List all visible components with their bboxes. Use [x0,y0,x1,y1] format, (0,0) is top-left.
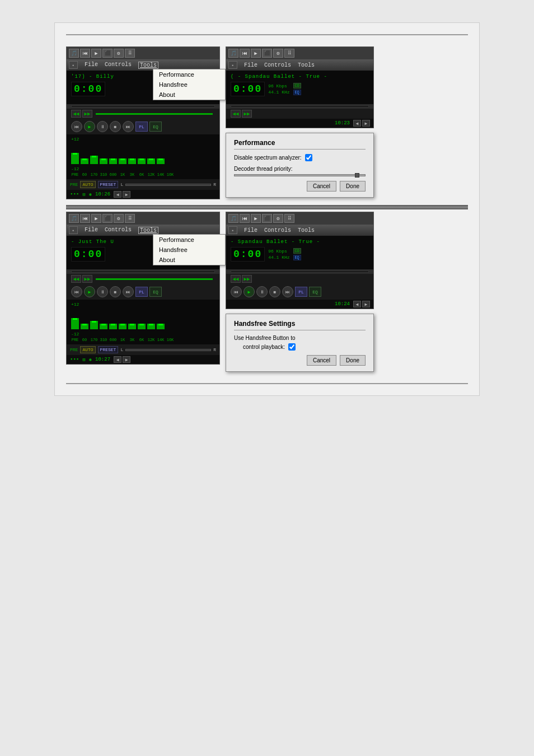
pl-btn-3[interactable]: PL [135,287,148,297]
seek-bar-4[interactable] [231,270,369,273]
play-btn-3[interactable]: ▶ [84,286,95,297]
eq-bar-b1[interactable] [81,324,88,329]
eq-bar-b4[interactable] [109,324,117,329]
eq-bar-8[interactable] [147,158,155,164]
eq-bar-6[interactable] [128,158,136,164]
skip-prev-3[interactable]: ◀◀ [71,275,81,283]
play-btn-4[interactable]: ▶ [243,286,255,297]
menu-file-1[interactable]: File [85,62,98,69]
auto-btn-3[interactable]: AUTO [80,346,95,353]
eq-bar-b9[interactable] [157,324,165,329]
skip-next-1[interactable]: ▶▶ [82,110,92,118]
dots-icon-1[interactable]: ⠿ [125,49,135,58]
menu-file-4[interactable]: File [244,227,257,234]
eq-bar-5[interactable] [119,158,127,164]
menu-tools-3[interactable]: Tools [138,227,158,234]
skip-next-3[interactable]: ▶▶ [82,275,92,283]
dropdown-handsfree-3[interactable]: Handsfree [153,245,225,255]
spectrum-checkbox[interactable] [305,154,312,161]
eq-bar-b5[interactable] [119,324,127,329]
nav-left-4[interactable]: ◀ [353,301,361,307]
skip-prev-4[interactable]: ◀◀ [231,275,241,283]
stop-btn-3[interactable]: ■ [110,286,121,297]
eq-bar-7[interactable] [138,158,146,164]
prev-icon-4[interactable]: ⏮ [240,214,250,223]
menu-file-2[interactable]: File [244,62,257,68]
nav-right-4[interactable]: ▶ [362,301,370,307]
skip-prev-1[interactable]: ◀◀ [71,110,81,118]
eq-btn-1[interactable]: EQ [149,122,162,132]
dropdown-about-3[interactable]: About [153,255,225,265]
seek-bar-2[interactable] [231,105,369,108]
handsfree-cancel-btn[interactable]: Cancel [307,355,336,366]
nav-left-3[interactable]: ◀ [114,356,121,363]
eq-bar-9[interactable] [157,158,165,164]
config-icon-1[interactable]: ⚙ [114,49,124,58]
next-btn-4[interactable]: ⏭ [282,286,293,297]
dots-icon-2[interactable]: ⠿ [284,49,294,58]
nav-right-1[interactable]: ▶ [123,191,130,198]
eq-icon-2[interactable]: EQ [293,90,301,95]
dropdown-handsfree-1[interactable]: Handsfree [153,80,225,90]
stop-btn-4[interactable]: ■ [269,286,280,297]
dots-icon-4[interactable]: ⠿ [284,214,294,223]
preset-btn-3[interactable]: PRESET [98,346,119,353]
decoder-slider[interactable] [234,174,366,176]
eq-bar-0[interactable] [71,153,79,164]
menu-tools-2[interactable]: Tools [298,62,315,68]
rec-icon-4[interactable]: ⬛ [262,214,272,223]
eq-bar-b3[interactable] [100,324,107,329]
winamp-logo-1[interactable]: 🎵 [69,49,79,58]
eq-bar-b6[interactable] [128,324,136,329]
skip-next-2[interactable]: ▶▶ [242,110,252,118]
dropdown-performance-1[interactable]: Performance [153,69,225,80]
prev-btn-1[interactable]: ⏮ [71,121,82,132]
nav-left-2[interactable]: ◀ [353,120,361,127]
skip-prev-2[interactable]: ◀◀ [231,110,241,118]
next-btn-1[interactable]: ⏭ [123,121,134,132]
nav-left-1[interactable]: ◀ [114,191,121,198]
eq-bar-b2[interactable] [90,321,98,329]
prev-icon-3[interactable]: ⏮ [80,214,90,223]
config-icon-2[interactable]: ⚙ [273,49,283,58]
eq-icon-4[interactable]: EQ [293,255,301,260]
vol-bar-3[interactable] [125,349,211,351]
winamp-logo-2[interactable]: 🎵 [228,49,238,58]
menu-controls-1[interactable]: Controls [105,62,132,69]
handsfree-done-btn[interactable]: Done [340,355,366,366]
eq-bar-4[interactable] [109,158,117,164]
winamp-logo-4[interactable]: 🎵 [228,214,238,223]
rec-icon-3[interactable]: ⬛ [102,214,113,223]
prev-icon-1[interactable]: ⏮ [80,49,90,58]
pause-btn-1[interactable]: ⏸ [97,121,108,132]
eq-btn-4[interactable]: EQ [309,287,321,297]
config-icon-4[interactable]: ⚙ [273,214,283,223]
menu-controls-2[interactable]: Controls [264,62,291,68]
pause-btn-4[interactable]: ⏸ [256,286,268,297]
skip-next-4[interactable]: ▶▶ [242,275,252,283]
play-icon-1[interactable]: ▶ [91,49,101,58]
stop-btn-1[interactable]: ■ [110,121,121,132]
nav-right-3[interactable]: ▶ [123,356,130,363]
prev-btn-3[interactable]: ⏮ [71,286,82,297]
pl-btn-1[interactable]: PL [135,122,148,132]
dropdown-about-1[interactable]: About [153,90,225,100]
prev-icon-2[interactable]: ⏮ [240,49,250,58]
performance-cancel-btn[interactable]: Cancel [307,181,336,192]
play-icon-3[interactable]: ▶ [91,214,101,223]
eq-bar-3[interactable] [100,158,107,164]
menu-file-3[interactable]: File [85,227,98,234]
handsfree-checkbox[interactable] [288,343,296,351]
play-icon-2[interactable]: ▶ [251,49,261,58]
seek-bar-1[interactable] [71,105,215,108]
play-icon-4[interactable]: ▶ [251,214,261,223]
eq-bar-b0[interactable] [71,318,79,329]
eq-bar-b8[interactable] [147,324,155,329]
dropdown-performance-3[interactable]: Performance [153,235,225,245]
rec-icon-1[interactable]: ⬛ [102,49,113,58]
co-icon-4[interactable]: CO [293,248,301,254]
decoder-slider-thumb[interactable] [355,173,359,178]
winamp-logo-3[interactable]: 🎵 [69,214,79,223]
preset-btn-1[interactable]: PRESET [98,181,119,188]
nav-right-2[interactable]: ▶ [362,120,370,127]
